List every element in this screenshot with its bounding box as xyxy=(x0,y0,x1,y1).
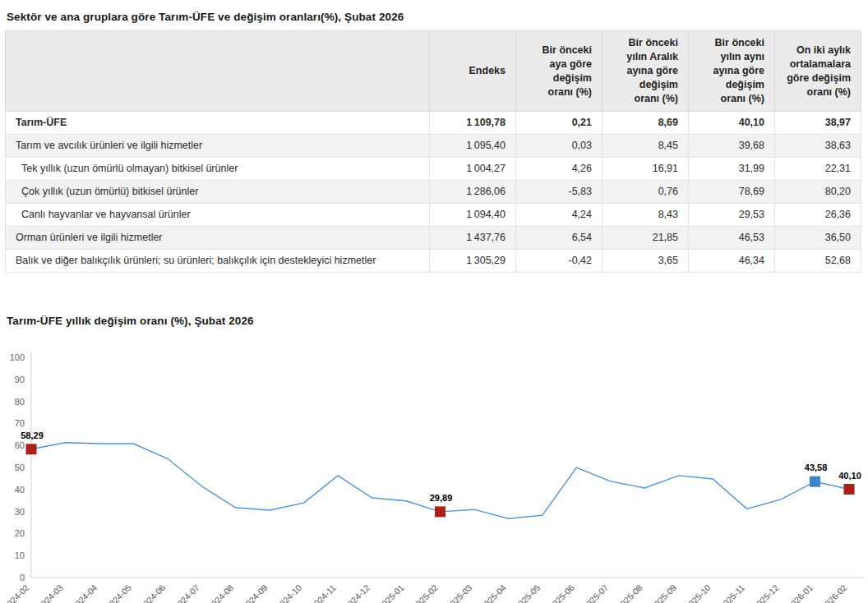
x-tick-label: 2024-08 xyxy=(205,582,235,603)
x-tick-label: 2025-03 xyxy=(445,582,474,603)
row-value: 16,91 xyxy=(603,158,689,181)
row-label: Balık ve diğer balıkçılık ürünleri; su ü… xyxy=(6,250,430,273)
column-header: Bir önceki yılın Aralık ayına göre değiş… xyxy=(603,31,689,112)
row-value: 1 095,40 xyxy=(430,135,516,158)
y-tick-label: 10 xyxy=(15,550,25,560)
row-value: -0,42 xyxy=(516,250,603,273)
row-value: 8,45 xyxy=(603,135,689,158)
x-tick-label: 2026-02 xyxy=(820,582,849,603)
trend-chart-svg: 01020304050607080901002024-022024-032024… xyxy=(0,346,868,603)
marker-label: 58,29 xyxy=(21,430,44,440)
row-value: 1 109,78 xyxy=(430,112,516,135)
x-tick-label: 2025-01 xyxy=(376,582,406,603)
x-tick-label: 2024-03 xyxy=(35,582,65,603)
row-label: Tek yıllık (uzun ömürlü olmayan) bitkise… xyxy=(6,158,430,181)
row-value: 40,10 xyxy=(689,112,775,135)
row-value: 80,20 xyxy=(775,181,861,204)
row-value: 39,68 xyxy=(689,135,775,158)
chart-title: Tarım-ÜFE yıllık değişim oranı (%), Şuba… xyxy=(0,304,868,334)
table-corner-cell xyxy=(6,31,430,112)
column-header: Bir önceki aya göre değişim oranı (%) xyxy=(516,31,603,112)
marker-label: 43,58 xyxy=(805,463,828,472)
x-tick-label: 2024-02 xyxy=(2,582,31,603)
column-header: Endeks xyxy=(430,31,516,112)
x-tick-label: 2024-10 xyxy=(274,582,303,603)
row-value: 0,76 xyxy=(603,181,689,204)
table-row: Balık ve diğer balıkçılık ürünleri; su ü… xyxy=(6,250,861,273)
trend-chart: 01020304050607080901002024-022024-032024… xyxy=(0,346,868,603)
row-value: 46,34 xyxy=(689,250,775,273)
index-table-header: EndeksBir önceki aya göre değişim oranı … xyxy=(6,31,861,112)
x-tick-label: 2025-11 xyxy=(718,582,746,603)
y-tick-label: 40 xyxy=(15,485,25,495)
row-value: 38,97 xyxy=(775,112,861,135)
y-tick-label: 30 xyxy=(15,507,25,517)
x-tick-label: 2024-07 xyxy=(172,582,201,603)
table-row: Çok yıllık (uzun ömürlü) bitkisel ürünle… xyxy=(6,181,861,204)
column-header: On iki aylık ortalamalara göre değişim o… xyxy=(775,31,861,112)
x-tick-label: 2025-07 xyxy=(580,582,610,603)
y-tick-label: 70 xyxy=(15,418,25,428)
column-header: Bir önceki yılın aynı ayına göre değişim… xyxy=(689,31,775,112)
row-value: 0,21 xyxy=(516,112,603,135)
x-tick-label: 2025-06 xyxy=(547,582,576,603)
row-value: 8,43 xyxy=(603,204,689,227)
x-tick-label: 2025-10 xyxy=(683,582,713,603)
index-table: EndeksBir önceki aya göre değişim oranı … xyxy=(5,30,861,273)
table-row: Orman ürünleri ve ilgili hizmetler1 437,… xyxy=(6,227,861,250)
row-value: 36,50 xyxy=(775,227,861,250)
x-tick-label: 2025-05 xyxy=(513,582,542,603)
y-tick-label: 60 xyxy=(15,440,25,450)
row-label: Çok yıllık (uzun ömürlü) bitkisel ürünle… xyxy=(6,181,430,204)
marker-point xyxy=(810,476,820,487)
y-tick-label: 80 xyxy=(15,397,25,407)
row-label: Tarım-ÜFE xyxy=(6,112,430,135)
x-tick-label: 2024-06 xyxy=(138,582,168,603)
table-row: Tarım-ÜFE1 109,780,218,6940,1038,97 xyxy=(6,112,861,135)
x-tick-label: 2024-12 xyxy=(342,582,372,603)
index-table-header-row: EndeksBir önceki aya göre değişim oranı … xyxy=(6,31,861,112)
row-value: 31,99 xyxy=(689,158,775,181)
x-tick-label: 2025-04 xyxy=(478,582,508,603)
x-tick-label: 2024-05 xyxy=(104,582,133,603)
row-value: 26,36 xyxy=(775,204,861,227)
table-row: Canlı hayvanlar ve hayvansal ürünler1 09… xyxy=(6,204,861,227)
y-tick-label: 100 xyxy=(10,352,25,362)
row-value: 1 094,40 xyxy=(430,204,516,227)
row-value: 4,24 xyxy=(516,204,603,227)
row-label: Tarım ve avcılık ürünleri ve ilgili hizm… xyxy=(6,135,430,158)
row-value: 21,85 xyxy=(603,227,689,250)
row-value: 6,54 xyxy=(516,227,603,250)
x-tick-label: 2024-09 xyxy=(240,582,270,603)
row-value: 0,03 xyxy=(516,135,603,158)
row-value: 1 437,76 xyxy=(430,227,516,250)
marker-point xyxy=(844,484,855,495)
row-value: 29,53 xyxy=(689,204,775,227)
marker-label: 29,89 xyxy=(430,493,453,503)
table-row: Tek yıllık (uzun ömürlü olmayan) bitkise… xyxy=(6,158,861,181)
y-tick-label: 0 xyxy=(20,573,25,582)
row-value: 4,26 xyxy=(516,158,603,181)
row-value: 38,63 xyxy=(775,135,861,158)
row-value: -5,83 xyxy=(516,181,603,204)
x-tick-label: 2025-09 xyxy=(649,582,678,603)
x-tick-label: 2026-01 xyxy=(785,582,815,603)
row-value: 1 305,29 xyxy=(430,250,516,273)
marker-point xyxy=(26,444,37,454)
marker-point xyxy=(435,506,446,517)
row-value: 46,53 xyxy=(689,227,775,250)
y-tick-label: 90 xyxy=(15,375,25,384)
row-value: 1 004,27 xyxy=(430,158,516,181)
x-tick-label: 2025-12 xyxy=(751,582,781,603)
row-label: Canlı hayvanlar ve hayvansal ürünler xyxy=(6,204,430,227)
row-value: 78,69 xyxy=(689,181,775,204)
row-value: 3,65 xyxy=(603,250,689,273)
row-label: Orman ürünleri ve ilgili hizmetler xyxy=(6,227,430,250)
row-value: 52,68 xyxy=(775,250,861,273)
marker-label: 40,10 xyxy=(838,471,861,481)
x-tick-label: 2024-11 xyxy=(308,582,337,603)
y-tick-label: 20 xyxy=(15,528,25,538)
row-value: 1 286,06 xyxy=(430,181,516,204)
x-tick-label: 2024-04 xyxy=(70,582,99,603)
table-title: Sektör ve ana gruplara göre Tarım-ÜFE ve… xyxy=(0,0,868,30)
